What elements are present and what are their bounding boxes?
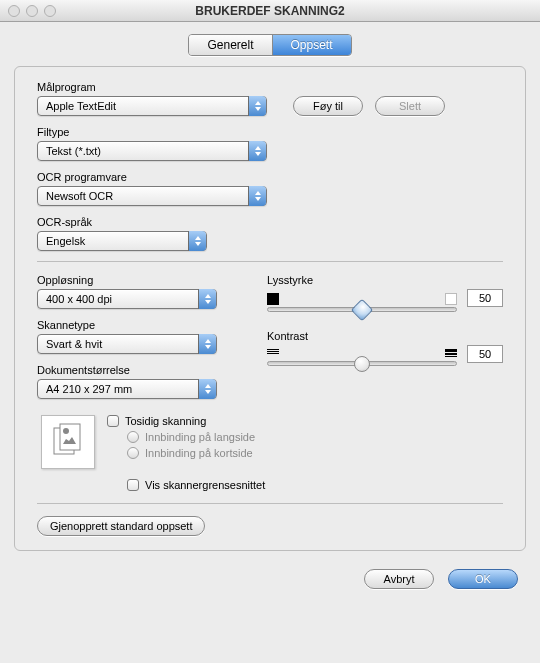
minimize-window-button[interactable] [26,5,38,17]
ocr-language-value: Engelsk [46,235,85,247]
target-app-label: Målprogram [37,81,503,93]
svg-point-2 [63,428,69,434]
close-window-button[interactable] [8,5,20,17]
bind-short-radio [127,447,139,459]
contrast-slider-group: 50 [267,345,503,366]
brightness-slider[interactable] [267,307,457,312]
restore-defaults-button[interactable]: Gjenopprett standard oppsett [37,516,205,536]
bind-long-label: Innbinding på langside [145,431,255,443]
bind-long-radio [127,431,139,443]
file-type-popup[interactable]: Tekst (*.txt) [37,141,267,161]
brightness-light-icon [445,293,457,305]
scan-type-value: Svart & hvit [46,338,102,350]
updown-icon [198,289,216,309]
duplex-label: Tosidig skanning [125,415,206,427]
svg-rect-1 [60,424,80,450]
settings-panel: Målprogram Apple TextEdit Føy til Slett … [14,66,526,551]
show-interface-label: Vis skannergrensesnittet [145,479,265,491]
contrast-high-icon [445,349,457,357]
updown-icon [248,141,266,161]
window-title: BRUKERDEF SKANNING2 [0,4,540,18]
scan-type-label: Skannetype [37,319,237,331]
file-type-value: Tekst (*.txt) [46,145,101,157]
resolution-label: Oppløsning [37,274,237,286]
doc-size-popup[interactable]: A4 210 x 297 mm [37,379,217,399]
ocr-software-popup[interactable]: Newsoft OCR [37,186,267,206]
resolution-value: 400 x 400 dpi [46,293,112,305]
contrast-label: Kontrast [267,330,503,342]
dialog-buttons: Avbryt OK [0,559,540,603]
updown-icon [198,379,216,399]
tab-general[interactable]: Generelt [189,35,272,55]
file-type-label: Filtype [37,126,503,138]
doc-size-value: A4 210 x 297 mm [46,383,132,395]
contrast-low-icon [267,349,279,357]
ocr-software-value: Newsoft OCR [46,190,113,202]
resolution-popup[interactable]: 400 x 400 dpi [37,289,217,309]
zoom-window-button[interactable] [44,5,56,17]
window-controls [8,5,56,17]
brightness-label: Lysstyrke [267,274,503,286]
contrast-value: 50 [467,345,503,363]
delete-button: Slett [375,96,445,116]
titlebar: BRUKERDEF SKANNING2 [0,0,540,22]
brightness-dark-icon [267,293,279,305]
updown-icon [188,231,206,251]
contrast-thumb[interactable] [354,356,370,372]
updown-icon [248,96,266,116]
ocr-software-label: OCR programvare [37,171,503,183]
ok-button[interactable]: OK [448,569,518,589]
bind-short-label: Innbinding på kortside [145,447,253,459]
brightness-value: 50 [467,289,503,307]
show-interface-checkbox[interactable] [127,479,139,491]
doc-size-label: Dokumentstørrelse [37,364,237,376]
separator [37,261,503,262]
duplex-checkbox[interactable] [107,415,119,427]
ocr-language-label: OCR-språk [37,216,503,228]
brightness-slider-group: 50 [267,289,503,312]
tab-segmented-control: Generelt Oppsett [188,34,351,56]
tab-bar: Generelt Oppsett [0,34,540,56]
separator [37,503,503,504]
updown-icon [248,186,266,206]
ocr-language-popup[interactable]: Engelsk [37,231,207,251]
target-app-value: Apple TextEdit [46,100,116,112]
duplex-preview-icon [41,415,95,469]
updown-icon [198,334,216,354]
target-app-popup[interactable]: Apple TextEdit [37,96,267,116]
scan-type-popup[interactable]: Svart & hvit [37,334,217,354]
add-button[interactable]: Føy til [293,96,363,116]
contrast-slider[interactable] [267,361,457,366]
tab-settings[interactable]: Oppsett [273,35,351,55]
cancel-button[interactable]: Avbryt [364,569,434,589]
